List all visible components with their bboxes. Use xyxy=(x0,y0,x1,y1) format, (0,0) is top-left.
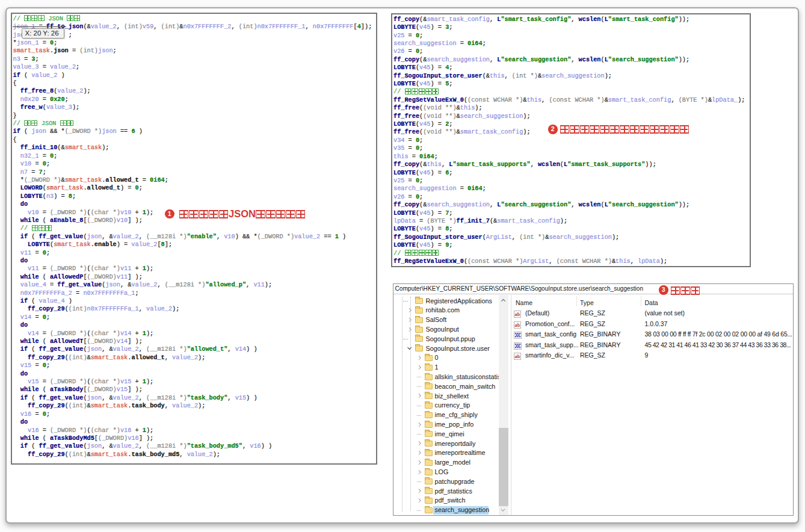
svg-text:ab: ab xyxy=(514,354,520,359)
svg-text:ab: ab xyxy=(514,323,520,328)
svg-text:ab: ab xyxy=(514,312,520,317)
